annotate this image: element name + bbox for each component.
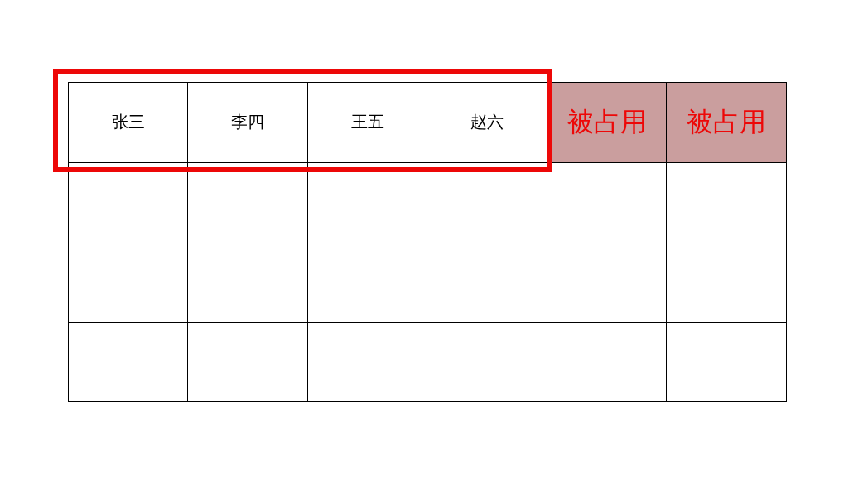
cell-empty xyxy=(188,242,307,323)
table-row: 张三 李四 王五 赵六 被占用 被占用 xyxy=(69,83,787,163)
cell-empty xyxy=(547,162,667,242)
cell-name-3: 王五 xyxy=(307,83,427,163)
cell-empty xyxy=(188,162,307,242)
cell-empty xyxy=(69,242,188,323)
cell-empty xyxy=(427,162,547,242)
cell-empty xyxy=(667,162,787,242)
table-row xyxy=(69,242,787,323)
cell-empty xyxy=(307,242,427,323)
cell-empty xyxy=(427,242,547,323)
grid-table-container: 张三 李四 王五 赵六 被占用 被占用 xyxy=(68,82,787,402)
table-row xyxy=(69,322,787,402)
cell-occupied-2: 被占用 xyxy=(667,83,787,163)
table-row xyxy=(69,162,787,242)
grid-table: 张三 李四 王五 赵六 被占用 被占用 xyxy=(68,82,787,402)
cell-name-1: 张三 xyxy=(69,83,188,163)
cell-empty xyxy=(547,242,667,323)
cell-empty xyxy=(69,162,188,242)
cell-empty xyxy=(667,322,787,402)
cell-empty xyxy=(307,162,427,242)
cell-empty xyxy=(667,242,787,323)
cell-empty xyxy=(188,322,307,402)
cell-empty xyxy=(307,322,427,402)
cell-occupied-1: 被占用 xyxy=(547,83,667,163)
cell-empty xyxy=(69,322,188,402)
cell-name-2: 李四 xyxy=(188,83,307,163)
cell-empty xyxy=(427,322,547,402)
cell-name-4: 赵六 xyxy=(427,83,547,163)
cell-empty xyxy=(547,322,667,402)
